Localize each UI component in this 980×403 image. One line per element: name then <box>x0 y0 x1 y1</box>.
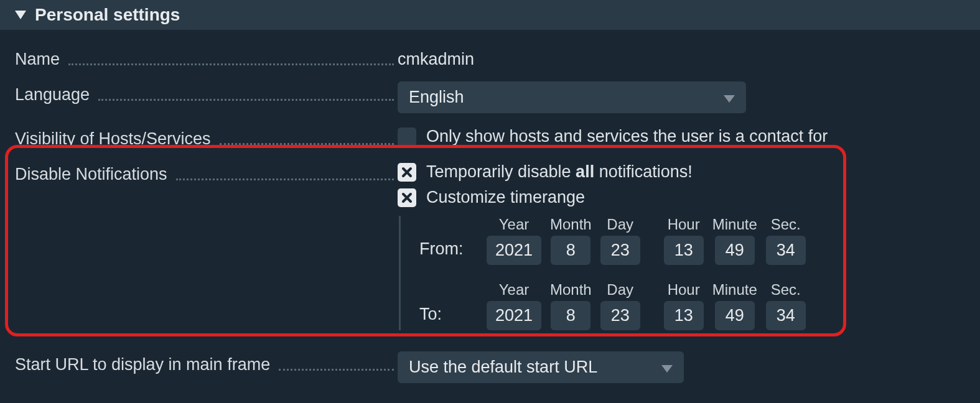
to-hour-input[interactable]: 13 <box>664 301 704 330</box>
chevron-down-icon <box>661 358 673 377</box>
svg-marker-2 <box>661 365 673 373</box>
header-year: Year <box>499 216 530 233</box>
timerange-from-row: From: Year 2021 Month 8 Day <box>419 216 965 265</box>
row-name: Name cmkadmin <box>0 40 980 75</box>
header-sec: Sec. <box>771 216 801 233</box>
from-year-input[interactable]: 2021 <box>487 236 541 265</box>
to-day-input[interactable]: 23 <box>600 301 640 330</box>
header-day: Day <box>607 216 633 233</box>
row-visibility: Visibility of Hosts/Services Only show h… <box>0 119 980 155</box>
timerange-to-label: To: <box>419 305 475 330</box>
header-month: Month <box>550 281 592 299</box>
header-minute: Minute <box>712 281 757 299</box>
header-day: Day <box>607 281 633 299</box>
header-month: Month <box>550 216 592 233</box>
dots <box>68 63 394 65</box>
timerange-from-label: From: <box>419 239 475 265</box>
start-url-select[interactable]: Use the default start URL <box>398 351 684 383</box>
dots <box>176 178 394 180</box>
header-year: Year <box>499 281 530 299</box>
language-select-value: English <box>409 88 464 107</box>
row-disable-notifications: Disable Notifications Temporarily disabl… <box>0 155 980 336</box>
section-header[interactable]: Personal settings <box>0 0 980 30</box>
row-language: Language English <box>0 75 980 119</box>
chevron-down-icon <box>724 88 735 107</box>
value-name: cmkadmin <box>398 46 965 69</box>
from-minute-input[interactable]: 49 <box>715 236 755 265</box>
visibility-checkbox-label: Only show hosts and services the user is… <box>426 127 828 146</box>
row-start-url: Start URL to display in main frame Use t… <box>0 345 980 389</box>
from-day-input[interactable]: 23 <box>600 236 640 265</box>
label-language: Language <box>15 85 90 104</box>
label-name: Name <box>15 50 60 69</box>
from-hour-input[interactable]: 13 <box>664 236 704 265</box>
header-sec: Sec. <box>771 281 801 299</box>
to-year-input[interactable]: 2021 <box>487 301 541 330</box>
timerange-block: From: Year 2021 Month 8 Day <box>399 216 965 330</box>
dots <box>98 99 394 101</box>
to-month-input[interactable]: 8 <box>551 301 590 330</box>
section-title: Personal settings <box>35 5 180 25</box>
language-select[interactable]: English <box>398 81 746 113</box>
from-sec-input[interactable]: 34 <box>766 236 806 265</box>
to-sec-input[interactable]: 34 <box>766 301 806 330</box>
customize-timerange-checkbox[interactable] <box>398 188 416 207</box>
svg-marker-0 <box>15 11 26 19</box>
dots <box>220 143 394 145</box>
timerange-to-row: To: Year 2021 Month 8 Day <box>419 281 965 330</box>
label-disable-notifications: Disable Notifications <box>15 165 167 184</box>
visibility-checkbox[interactable] <box>398 127 416 146</box>
header-hour: Hour <box>668 281 700 299</box>
label-start-url: Start URL to display in main frame <box>15 355 270 374</box>
to-minute-input[interactable]: 49 <box>715 301 755 330</box>
svg-marker-1 <box>724 95 735 103</box>
collapse-icon <box>15 11 26 19</box>
customize-timerange-label: Customize timerange <box>426 188 585 207</box>
dots <box>279 369 394 371</box>
header-minute: Minute <box>712 216 757 233</box>
label-visibility: Visibility of Hosts/Services <box>15 129 211 149</box>
header-hour: Hour <box>668 216 700 233</box>
disable-all-label: Temporarily disable all notifications! <box>426 162 693 182</box>
start-url-select-value: Use the default start URL <box>409 358 597 377</box>
from-month-input[interactable]: 8 <box>551 236 590 265</box>
disable-all-checkbox[interactable] <box>398 163 416 182</box>
